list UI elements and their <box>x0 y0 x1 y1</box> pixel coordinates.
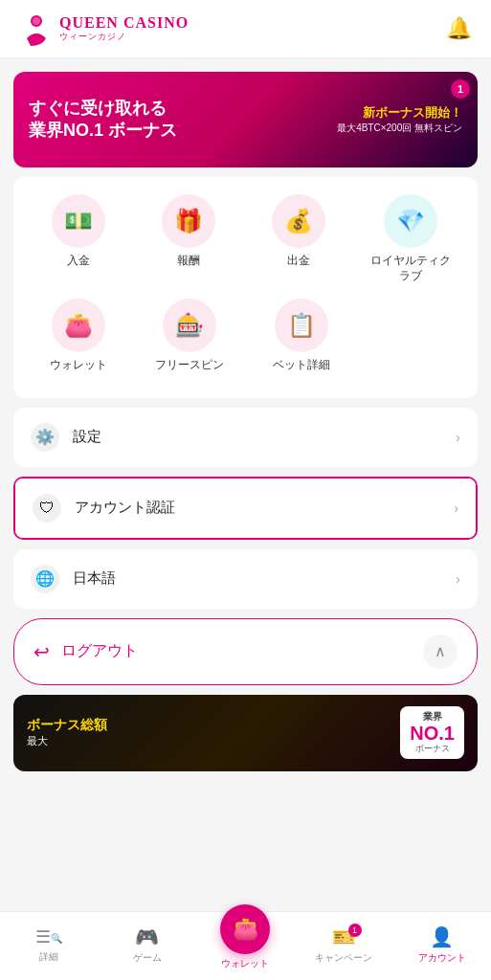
bottom-banner-badge-text: 業界 <box>423 710 442 724</box>
reward-label: 報酬 <box>177 254 200 269</box>
banner-badge: 1 <box>451 79 470 99</box>
settings-gear-icon: ⚙️ <box>31 423 59 452</box>
quick-item-freespin[interactable]: 🎰 フリースピン <box>151 299 228 373</box>
games-icon: 🎮 <box>135 925 159 948</box>
royalty-label: ロイヤルティクラブ <box>370 254 451 283</box>
banner-right: 新ボーナス開始！ 最大4BTC×200回 無料スピン <box>337 104 462 135</box>
logout-chevron-up-icon: ∧ <box>423 635 458 669</box>
account-verify-wrapper: 🛡 アカウント認証 › <box>13 477 478 540</box>
bottom-banner-bonus-text: ボーナス <box>415 743 450 755</box>
account-verify-icon: 🛡 <box>33 494 61 523</box>
banner-promo2: 最大4BTC×200回 無料スピン <box>337 122 462 135</box>
campaign-badge: 1 <box>348 924 362 937</box>
logout-section: ↩ ログアウト ∧ <box>13 618 478 685</box>
logo: QUEEN CASINO ウィーンカジノ <box>19 11 189 46</box>
bottom-banner-no1-text: NO.1 <box>410 724 455 743</box>
campaign-icon: 🎫 1 <box>332 925 356 948</box>
header: QUEEN CASINO ウィーンカジノ 🔔 <box>0 0 491 58</box>
wallet-center-icon: 👛 <box>233 917 258 942</box>
logout-icon: ↩ <box>33 640 50 663</box>
queen-logo-icon <box>19 11 54 46</box>
withdrawal-icon: 💰 <box>272 194 325 248</box>
deposit-icon: 💵 <box>52 194 105 248</box>
bottom-navigation: ☰🔍 詳細 🎮 ゲーム 👛 ウォレット 🎫 1 キャンペーン 👤 アカウント <box>0 911 491 980</box>
nav-item-wallet-center[interactable]: 👛 ウォレット <box>216 920 274 970</box>
quick-row-2: 👛 ウォレット 🎰 フリースピン 📋 ベット詳細 <box>23 299 468 373</box>
quick-item-reward[interactable]: 🎁 報酬 <box>150 194 227 283</box>
wallet-nav-label: ウォレット <box>221 957 269 970</box>
settings-item-account-verify[interactable]: 🛡 アカウント認証 › <box>15 479 476 538</box>
logo-text: QUEEN CASINO ウィーンカジノ <box>59 14 189 44</box>
logo-main-text: QUEEN CASINO <box>59 14 189 32</box>
logo-sub-text: ウィーンカジノ <box>59 31 189 43</box>
freespin-label: フリースピン <box>155 358 224 373</box>
language-icon: 🌐 <box>31 565 59 593</box>
freespin-icon: 🎰 <box>163 299 216 352</box>
language-label: 日本語 <box>73 569 456 588</box>
bottom-banner-subtext: 最大 <box>27 734 107 748</box>
details-nav-label: 詳細 <box>39 950 58 964</box>
notification-bell-icon[interactable]: 🔔 <box>446 16 472 41</box>
language-menu: 🌐 日本語 › <box>13 549 478 609</box>
betdetail-label: ベット詳細 <box>273 358 330 373</box>
account-nav-label: アカウント <box>418 951 466 965</box>
settings-item-language[interactable]: 🌐 日本語 › <box>13 549 478 609</box>
quick-item-withdrawal[interactable]: 💰 出金 <box>260 194 337 283</box>
quick-item-betdetail[interactable]: 📋 ベット詳細 <box>263 299 340 373</box>
wallet-icon: 👛 <box>52 299 105 352</box>
details-icon: ☰🔍 <box>35 926 62 947</box>
settings-chevron-icon: › <box>456 430 460 445</box>
bottom-banner-badge: 業界 NO.1 ボーナス <box>400 706 464 759</box>
language-chevron-icon: › <box>456 571 460 587</box>
games-nav-label: ゲーム <box>133 951 162 965</box>
bottom-promo-banner[interactable]: ボーナス総額 最大 業界 NO.1 ボーナス <box>13 695 478 771</box>
nav-item-account[interactable]: 👤 アカウント <box>413 925 471 965</box>
quick-item-deposit[interactable]: 💵 入金 <box>40 194 117 283</box>
bottom-banner-text-area: ボーナス総額 最大 <box>27 717 107 748</box>
bottom-banner-text: ボーナス総額 <box>27 717 107 734</box>
logout-button[interactable]: ↩ ログアウト ∧ <box>13 618 478 685</box>
account-icon: 👤 <box>430 925 454 948</box>
campaign-nav-label: キャンペーン <box>315 951 372 965</box>
logout-label: ログアウト <box>61 641 138 661</box>
royalty-icon: 💎 <box>384 194 437 248</box>
quick-item-placeholder <box>374 299 451 373</box>
promo-banner[interactable]: すぐに受け取れる 業界NO.1 ボーナス 1 新ボーナス開始！ 最大4BTC×2… <box>13 72 478 167</box>
quick-menu: 💵 入金 🎁 報酬 💰 出金 💎 ロイヤルティクラブ 👛 ウォレット <box>13 177 478 398</box>
deposit-label: 入金 <box>67 254 90 269</box>
wallet-center-button[interactable]: 👛 <box>220 904 270 954</box>
nav-item-campaign[interactable]: 🎫 1 キャンペーン <box>315 925 372 965</box>
reward-icon: 🎁 <box>162 194 215 248</box>
settings-label: 設定 <box>73 428 456 446</box>
settings-item-settings[interactable]: ⚙️ 設定 › <box>13 408 478 467</box>
withdrawal-label: 出金 <box>287 254 310 269</box>
account-verify-chevron-icon: › <box>454 501 458 516</box>
account-verify-label: アカウント認証 <box>75 499 454 517</box>
banner-promo1: 新ボーナス開始！ <box>363 104 462 122</box>
banner-text: すぐに受け取れる 業界NO.1 ボーナス <box>29 98 177 143</box>
quick-item-wallet[interactable]: 👛 ウォレット <box>40 299 117 373</box>
settings-menu: ⚙️ 設定 › <box>13 408 478 467</box>
banner-line2: 業界NO.1 ボーナス <box>29 120 177 142</box>
quick-row-1: 💵 入金 🎁 報酬 💰 出金 💎 ロイヤルティクラブ <box>23 194 468 283</box>
banner-line1: すぐに受け取れる <box>29 98 177 120</box>
quick-item-royalty[interactable]: 💎 ロイヤルティクラブ <box>370 194 451 283</box>
nav-item-details[interactable]: ☰🔍 詳細 <box>20 926 78 964</box>
wallet-label: ウォレット <box>50 358 107 373</box>
nav-item-games[interactable]: 🎮 ゲーム <box>119 925 176 965</box>
betdetail-icon: 📋 <box>275 299 328 352</box>
logout-left: ↩ ログアウト <box>33 640 138 663</box>
svg-point-1 <box>33 17 40 25</box>
